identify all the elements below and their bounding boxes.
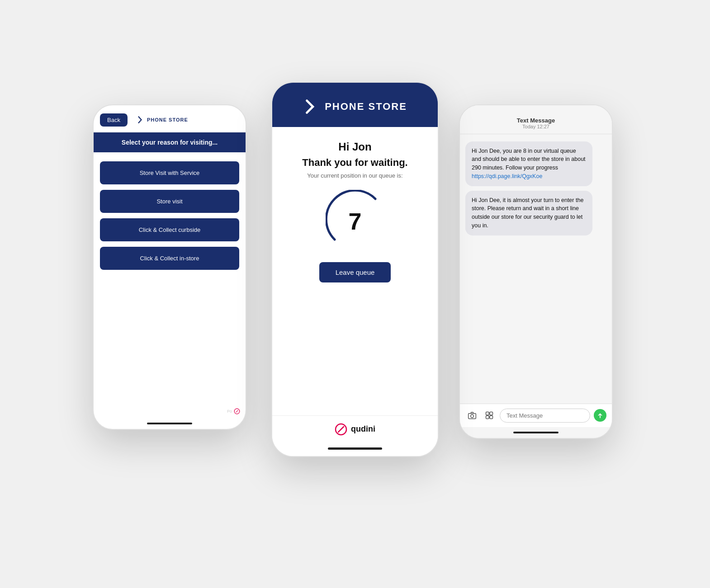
sms-input-bar	[460, 404, 612, 427]
appstore-icon	[485, 411, 494, 420]
center-phone: PHONE STORE Hi Jon Thank you for waiting…	[271, 82, 439, 457]
option-store-visit[interactable]: Store visit	[100, 190, 239, 213]
svg-rect-6	[486, 412, 489, 415]
center-footer: qudini	[272, 415, 438, 443]
qudini-mark-small	[234, 408, 240, 414]
left-header-bar: Back PHONE STORE	[94, 105, 246, 132]
sms-time: Today 12:27	[464, 124, 607, 129]
svg-rect-7	[490, 412, 493, 415]
sms-header: Text Message Today 12:27	[460, 105, 612, 134]
option-click-collect-curbside[interactable]: Click & Collect curbside	[100, 218, 239, 241]
option-store-visit-service[interactable]: Store Visit with Service	[100, 161, 239, 184]
center-logo-text: PHONE STORE	[325, 101, 407, 113]
sms-bubble-1: Hi Jon Dee, you are 8 in our virtual que…	[465, 141, 592, 186]
send-icon	[597, 412, 603, 419]
sms-input[interactable]	[500, 409, 590, 423]
position-label: Your current position in our queue is:	[307, 172, 402, 179]
camera-icon	[468, 411, 477, 420]
left-logo: PHONE STORE	[137, 116, 188, 124]
phone-store-icon-small	[137, 116, 145, 124]
powered-text: Po	[227, 409, 232, 414]
svg-rect-9	[490, 416, 493, 419]
sms-messages: Hi Jon Dee, you are 8 in our virtual que…	[460, 134, 612, 404]
sms-link-1[interactable]: https://qdi.page.link/QgxKoe	[472, 173, 542, 179]
svg-rect-8	[486, 416, 489, 419]
back-button[interactable]: Back	[100, 113, 128, 127]
right-home-indicator	[513, 432, 559, 433]
appstore-button[interactable]	[483, 409, 496, 422]
phone-store-icon-large	[303, 99, 318, 114]
center-home-indicator	[328, 447, 382, 450]
sms-bubble-2: Hi Jon Dee, it is almost your turn to en…	[465, 191, 592, 235]
powered-row: Po	[94, 406, 246, 417]
visit-options: Store Visit with Service Store visit Cli…	[94, 152, 246, 406]
sms-text-2: Hi Jon Dee, it is almost your turn to en…	[472, 197, 583, 229]
queue-arc-svg	[326, 190, 384, 249]
right-phone: Text Message Today 12:27 Hi Jon Dee, you…	[459, 104, 613, 439]
left-home-indicator	[147, 423, 192, 424]
qudini-label: qudini	[351, 424, 375, 434]
option-click-collect-instore[interactable]: Click & Collect in-store	[100, 247, 239, 270]
camera-button[interactable]	[465, 409, 479, 422]
qudini-icon	[335, 423, 347, 436]
select-title: Select your reason for visiting...	[94, 132, 246, 152]
left-logo-text: PHONE STORE	[147, 117, 188, 122]
left-phone: Back PHONE STORE Select your reason for …	[93, 104, 246, 430]
leave-queue-button[interactable]: Leave queue	[319, 262, 391, 282]
center-header: PHONE STORE	[272, 83, 438, 127]
greeting-text: Hi Jon	[338, 141, 371, 153]
center-body: Hi Jon Thank you for waiting. Your curre…	[272, 127, 438, 415]
sms-text-1: Hi Jon Dee, you are 8 in our virtual que…	[472, 148, 586, 171]
svg-point-5	[471, 414, 474, 418]
sms-send-button[interactable]	[594, 409, 606, 422]
queue-number-wrap: 7	[326, 190, 384, 249]
svg-line-3	[338, 427, 344, 432]
sms-title: Text Message	[464, 117, 607, 124]
svg-line-1	[236, 410, 238, 412]
thank-you-text: Thank you for waiting.	[302, 157, 407, 169]
qudini-logo: qudini	[335, 423, 375, 436]
scene: Back PHONE STORE Select your reason for …	[84, 68, 626, 520]
